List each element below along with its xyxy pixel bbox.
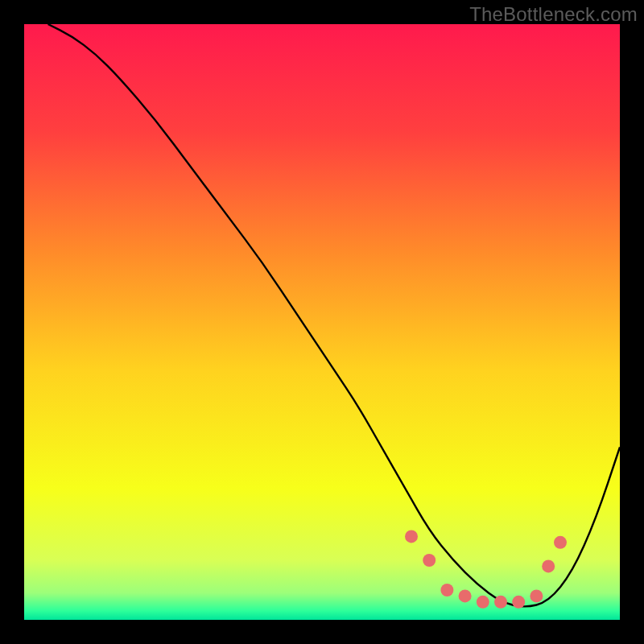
marker-dot xyxy=(405,530,418,543)
gradient-background xyxy=(24,24,620,620)
marker-dot xyxy=(530,589,543,602)
marker-dot xyxy=(494,596,507,609)
watermark-text: TheBottleneck.com xyxy=(469,3,638,26)
chart-frame: TheBottleneck.com xyxy=(0,0,644,644)
marker-dot xyxy=(423,554,436,567)
marker-dot xyxy=(477,596,489,609)
marker-dot xyxy=(459,589,472,602)
marker-dot xyxy=(554,536,567,549)
chart-svg xyxy=(24,24,620,620)
marker-dot xyxy=(542,559,555,572)
plot-area xyxy=(24,24,620,620)
marker-dot xyxy=(512,596,525,609)
marker-dot xyxy=(440,584,453,597)
